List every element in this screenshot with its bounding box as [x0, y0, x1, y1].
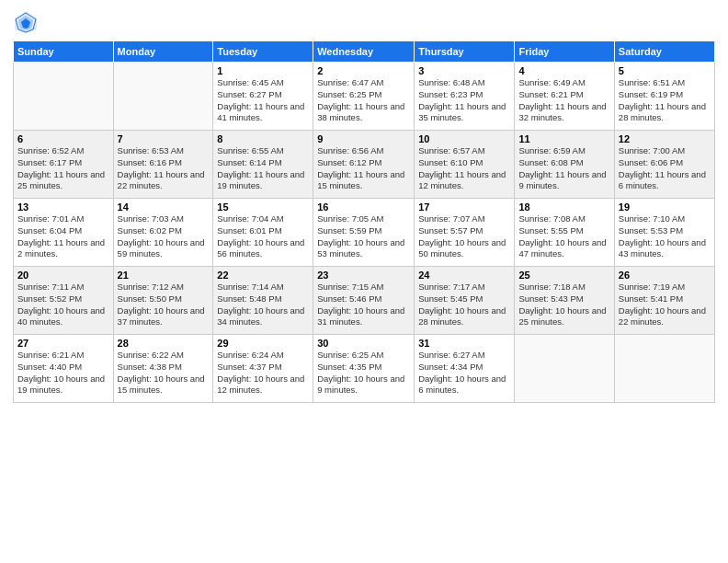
- day-detail: Sunrise: 6:56 AMSunset: 6:12 PMDaylight:…: [317, 145, 410, 192]
- day-number: 17: [418, 201, 510, 213]
- day-number: 28: [118, 338, 210, 349]
- day-number: 2: [317, 65, 410, 76]
- calendar-cell: 31Sunrise: 6:27 AMSunset: 4:34 PMDayligh…: [415, 335, 515, 403]
- calendar-cell: 23Sunrise: 7:15 AMSunset: 5:46 PMDayligh…: [313, 267, 415, 335]
- header: [13, 9, 715, 35]
- day-detail: Sunrise: 7:04 AMSunset: 6:01 PMDaylight:…: [217, 213, 309, 260]
- calendar-week-row: 1Sunrise: 6:45 AMSunset: 6:27 PMDaylight…: [14, 63, 715, 131]
- day-detail: Sunrise: 7:00 AMSunset: 6:06 PMDaylight:…: [619, 145, 711, 192]
- day-detail: Sunrise: 6:51 AMSunset: 6:19 PMDaylight:…: [619, 77, 711, 124]
- calendar-cell: 30Sunrise: 6:25 AMSunset: 4:35 PMDayligh…: [313, 335, 415, 403]
- day-detail: Sunrise: 7:11 AMSunset: 5:52 PMDaylight:…: [17, 282, 109, 328]
- calendar-cell: 8Sunrise: 6:55 AMSunset: 6:14 PMDaylight…: [213, 131, 313, 199]
- day-number: 8: [217, 133, 309, 144]
- calendar-cell: 7Sunrise: 6:53 AMSunset: 6:16 PMDaylight…: [113, 131, 213, 199]
- day-number: 30: [317, 338, 410, 349]
- day-detail: Sunrise: 7:17 AMSunset: 5:45 PMDaylight:…: [418, 282, 510, 328]
- day-number: 5: [619, 65, 711, 76]
- calendar-header-row: SundayMondayTuesdayWednesdayThursdayFrid…: [14, 41, 715, 63]
- day-detail: Sunrise: 6:22 AMSunset: 4:38 PMDaylight:…: [118, 350, 210, 396]
- day-number: 7: [118, 133, 210, 144]
- day-number: 23: [317, 270, 410, 281]
- page: SundayMondayTuesdayWednesdayThursdayFrid…: [0, 0, 728, 563]
- calendar-cell: 4Sunrise: 6:49 AMSunset: 6:21 PMDaylight…: [515, 63, 614, 131]
- day-number: 1: [217, 65, 309, 76]
- calendar-header-friday: Friday: [515, 41, 614, 63]
- day-number: 9: [317, 133, 410, 144]
- calendar-cell: 16Sunrise: 7:05 AMSunset: 5:59 PMDayligh…: [313, 199, 415, 267]
- calendar-cell: 19Sunrise: 7:10 AMSunset: 5:53 PMDayligh…: [614, 199, 714, 267]
- day-number: 3: [418, 65, 510, 76]
- day-detail: Sunrise: 6:49 AMSunset: 6:21 PMDaylight:…: [518, 77, 609, 124]
- calendar-cell: 6Sunrise: 6:52 AMSunset: 6:17 PMDaylight…: [14, 131, 114, 199]
- day-number: 19: [619, 201, 711, 213]
- calendar-cell: 15Sunrise: 7:04 AMSunset: 6:01 PMDayligh…: [213, 199, 313, 267]
- day-detail: Sunrise: 7:05 AMSunset: 5:59 PMDaylight:…: [317, 213, 410, 260]
- day-detail: Sunrise: 7:18 AMSunset: 5:43 PMDaylight:…: [518, 282, 609, 328]
- day-detail: Sunrise: 6:24 AMSunset: 4:37 PMDaylight:…: [217, 350, 309, 396]
- day-number: 21: [118, 270, 210, 281]
- day-number: 6: [17, 133, 109, 144]
- day-detail: Sunrise: 6:55 AMSunset: 6:14 PMDaylight:…: [217, 145, 309, 192]
- day-detail: Sunrise: 7:15 AMSunset: 5:46 PMDaylight:…: [317, 282, 410, 328]
- day-detail: Sunrise: 6:52 AMSunset: 6:17 PMDaylight:…: [17, 145, 109, 192]
- day-detail: Sunrise: 6:21 AMSunset: 4:40 PMDaylight:…: [17, 350, 109, 396]
- day-number: 27: [17, 338, 109, 349]
- day-detail: Sunrise: 7:10 AMSunset: 5:53 PMDaylight:…: [619, 213, 711, 260]
- day-number: 16: [317, 201, 410, 213]
- calendar-cell: 3Sunrise: 6:48 AMSunset: 6:23 PMDaylight…: [415, 63, 515, 131]
- day-number: 26: [619, 270, 711, 281]
- calendar-cell: 18Sunrise: 7:08 AMSunset: 5:55 PMDayligh…: [515, 199, 614, 267]
- day-detail: Sunrise: 7:01 AMSunset: 6:04 PMDaylight:…: [17, 213, 109, 260]
- calendar-cell: 27Sunrise: 6:21 AMSunset: 4:40 PMDayligh…: [14, 335, 114, 403]
- logo-icon: [13, 9, 39, 35]
- day-detail: Sunrise: 6:48 AMSunset: 6:23 PMDaylight:…: [418, 77, 510, 124]
- calendar-cell: 28Sunrise: 6:22 AMSunset: 4:38 PMDayligh…: [113, 335, 213, 403]
- day-detail: Sunrise: 6:53 AMSunset: 6:16 PMDaylight:…: [118, 145, 210, 192]
- day-number: 12: [619, 133, 711, 144]
- day-number: 10: [418, 133, 510, 144]
- day-number: 24: [418, 270, 510, 281]
- day-detail: Sunrise: 6:57 AMSunset: 6:10 PMDaylight:…: [418, 145, 510, 192]
- day-detail: Sunrise: 6:25 AMSunset: 4:35 PMDaylight:…: [317, 350, 410, 396]
- day-detail: Sunrise: 7:19 AMSunset: 5:41 PMDaylight:…: [619, 282, 711, 328]
- calendar-cell: 10Sunrise: 6:57 AMSunset: 6:10 PMDayligh…: [415, 131, 515, 199]
- calendar-cell: 22Sunrise: 7:14 AMSunset: 5:48 PMDayligh…: [213, 267, 313, 335]
- calendar-cell: 12Sunrise: 7:00 AMSunset: 6:06 PMDayligh…: [614, 131, 714, 199]
- calendar-table: SundayMondayTuesdayWednesdayThursdayFrid…: [13, 40, 715, 403]
- day-detail: Sunrise: 6:27 AMSunset: 4:34 PMDaylight:…: [418, 350, 510, 396]
- day-detail: Sunrise: 7:03 AMSunset: 6:02 PMDaylight:…: [118, 213, 210, 260]
- day-number: 11: [518, 133, 609, 144]
- calendar-cell: 26Sunrise: 7:19 AMSunset: 5:41 PMDayligh…: [614, 267, 714, 335]
- day-number: 14: [118, 201, 210, 213]
- calendar-cell: 21Sunrise: 7:12 AMSunset: 5:50 PMDayligh…: [113, 267, 213, 335]
- day-detail: Sunrise: 6:45 AMSunset: 6:27 PMDaylight:…: [217, 77, 309, 124]
- calendar-cell: [14, 63, 114, 131]
- day-detail: Sunrise: 6:47 AMSunset: 6:25 PMDaylight:…: [317, 77, 410, 124]
- calendar-header-saturday: Saturday: [614, 41, 714, 63]
- calendar-cell: 9Sunrise: 6:56 AMSunset: 6:12 PMDaylight…: [313, 131, 415, 199]
- calendar-cell: 2Sunrise: 6:47 AMSunset: 6:25 PMDaylight…: [313, 63, 415, 131]
- calendar-cell: 5Sunrise: 6:51 AMSunset: 6:19 PMDaylight…: [614, 63, 714, 131]
- day-detail: Sunrise: 6:59 AMSunset: 6:08 PMDaylight:…: [518, 145, 609, 192]
- calendar-header-wednesday: Wednesday: [313, 41, 415, 63]
- calendar-cell: [614, 335, 714, 403]
- logo: [13, 9, 40, 35]
- calendar-cell: 25Sunrise: 7:18 AMSunset: 5:43 PMDayligh…: [515, 267, 614, 335]
- calendar-cell: [515, 335, 614, 403]
- calendar-week-row: 6Sunrise: 6:52 AMSunset: 6:17 PMDaylight…: [14, 131, 715, 199]
- day-number: 18: [518, 201, 609, 213]
- day-number: 25: [518, 270, 609, 281]
- calendar-cell: 29Sunrise: 6:24 AMSunset: 4:37 PMDayligh…: [213, 335, 313, 403]
- calendar-week-row: 20Sunrise: 7:11 AMSunset: 5:52 PMDayligh…: [14, 267, 715, 335]
- calendar-header-thursday: Thursday: [415, 41, 515, 63]
- day-detail: Sunrise: 7:08 AMSunset: 5:55 PMDaylight:…: [518, 213, 609, 260]
- day-number: 22: [217, 270, 309, 281]
- day-detail: Sunrise: 7:07 AMSunset: 5:57 PMDaylight:…: [418, 213, 510, 260]
- day-detail: Sunrise: 7:14 AMSunset: 5:48 PMDaylight:…: [217, 282, 309, 328]
- day-number: 13: [17, 201, 109, 213]
- day-number: 20: [17, 270, 109, 281]
- calendar-header-tuesday: Tuesday: [213, 41, 313, 63]
- calendar-header-sunday: Sunday: [14, 41, 114, 63]
- calendar-cell: 20Sunrise: 7:11 AMSunset: 5:52 PMDayligh…: [14, 267, 114, 335]
